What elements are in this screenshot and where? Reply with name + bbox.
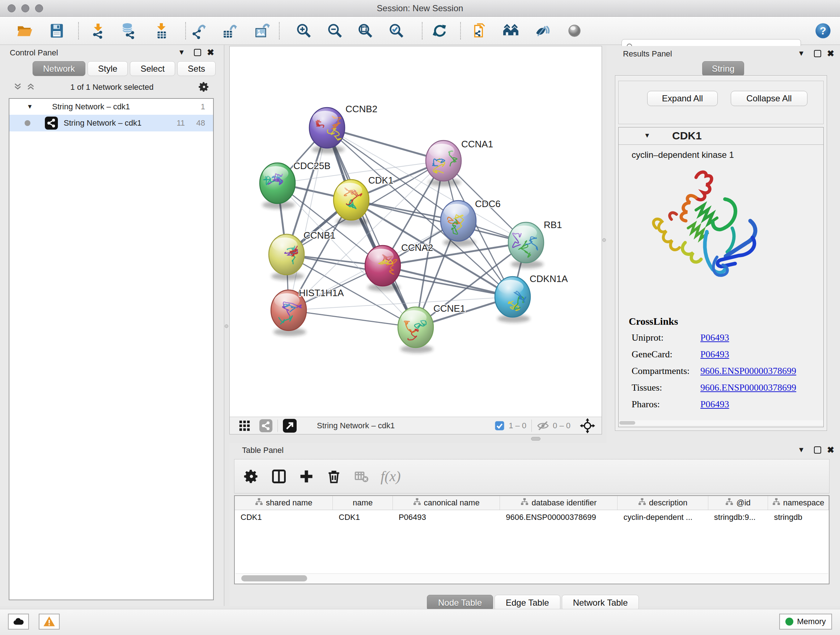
sphere-icon[interactable] [565,22,584,40]
protein-structure-image [642,166,765,286]
table-hscrollbar-thumb[interactable] [241,575,307,581]
delete-column-icon[interactable] [324,466,344,487]
tab-network[interactable]: Network [33,61,85,76]
node-label-CCNA1: CCNA1 [461,139,493,149]
network-edge[interactable] [289,128,327,310]
zoom-in-icon[interactable] [295,22,313,40]
right-splitter-grip[interactable] [602,238,606,242]
table-cell[interactable]: stringdb:9... [708,510,768,524]
zoom-fit-icon[interactable] [356,22,374,40]
table-cell[interactable]: cyclin-dependent ... [617,510,708,524]
column-header--id[interactable]: @id [708,496,768,510]
network-node-CCNA1[interactable] [426,141,461,187]
crosslink-link[interactable]: P06493 [700,399,729,410]
network-row-selected[interactable]: String Network – cdk1 11 48 [9,115,213,131]
column-header-namespace[interactable]: namespace [768,496,829,510]
panel-float-icon[interactable] [814,50,821,57]
show-column-icon[interactable] [268,466,289,487]
window-title: Session: New Session [0,3,840,13]
open-external-icon[interactable] [283,419,297,432]
selected-checkbox-icon[interactable] [494,420,505,431]
table-hscrollbar[interactable] [235,573,828,583]
column-header-shared-name[interactable]: shared name [235,496,333,510]
string-document-icon[interactable] [471,22,489,40]
left-splitter-grip[interactable] [225,325,228,328]
tab-string[interactable]: String [702,61,744,76]
splitter-grip[interactable] [531,437,540,440]
open-session-icon[interactable] [16,22,34,40]
tab-select[interactable]: Select [130,61,175,76]
crosslink-link[interactable]: 9606.ENSP00000378699 [700,382,796,393]
network-icon-gray[interactable] [259,419,272,432]
results-hscrollbar-thumb[interactable] [619,421,635,424]
network-node-CCNB1[interactable] [269,234,304,280]
save-session-icon[interactable] [48,22,66,40]
table-cell[interactable]: 9606.ENSP00000378699 [500,510,617,524]
network-canvas[interactable]: CCNB2CCNA1CDC25BCDK1CDC6RB1CCNB1CCNA2CDK… [230,46,602,417]
import-network-file-icon[interactable] [89,22,107,40]
memory-button[interactable]: Memory [779,614,832,630]
panel-menu-icon[interactable]: ▼ [798,49,805,57]
column-label: database identifier [531,498,597,508]
table-cell[interactable]: CDK1 [333,510,393,524]
network-node-CCNE1[interactable] [398,307,433,353]
birds-eye-view-icon[interactable] [238,420,251,432]
export-table-icon[interactable] [221,22,239,40]
tab-node-table[interactable]: Node Table [427,595,493,611]
help-icon[interactable]: ? [814,22,832,40]
table-cell[interactable]: stringdb [768,510,829,524]
column-header-description[interactable]: description [617,496,708,510]
table-row[interactable]: CDK1CDK1P064939606.ENSP00000378699cyclin… [235,510,829,524]
tab-network-table[interactable]: Network Table [562,595,639,611]
section-collapse-icon[interactable]: ▼ [644,132,651,139]
warning-button[interactable] [39,614,60,630]
network-edge[interactable] [289,310,416,327]
gear-icon[interactable] [198,81,210,93]
panel-close-icon[interactable]: ✖ [827,50,834,57]
panel-float-icon[interactable] [814,447,821,454]
export-image-icon[interactable] [253,22,271,40]
panel-menu-icon[interactable]: ▼ [798,446,805,454]
fit-selected-icon[interactable] [580,418,595,433]
tab-style[interactable]: Style [88,61,128,76]
panel-close-icon[interactable]: ✖ [207,49,214,56]
crosslink-link[interactable]: P06493 [700,349,729,360]
panel-menu-icon[interactable]: ▼ [178,48,185,57]
network-node-CDC6[interactable] [441,201,476,247]
hidden-eye-icon[interactable] [537,420,549,432]
import-table-file-icon[interactable] [152,22,171,40]
network-node-RB1[interactable] [508,222,544,268]
eye-graphics-icon[interactable] [533,22,551,40]
column-header-canonical-name[interactable]: canonical name [393,496,500,510]
crosslink-link[interactable]: P06493 [700,333,729,343]
zoom-out-icon[interactable] [326,22,344,40]
table-cell[interactable]: CDK1 [235,510,333,524]
tab-sets[interactable]: Sets [177,61,216,76]
export-network-icon[interactable] [190,22,208,40]
expand-all-button[interactable]: Expand All [647,91,718,106]
tree-expand-icon[interactable]: ▼ [27,103,33,111]
crosslink-link[interactable]: 9606.ENSP00000378699 [700,366,796,377]
table-settings-gear-icon[interactable] [241,466,262,487]
results-hscrollbar[interactable] [619,420,823,425]
crosslink-row: GeneCard:P06493 [619,349,823,366]
network-node-CDKN1A[interactable] [495,277,531,323]
panel-close-icon[interactable]: ✖ [827,447,834,454]
tab-edge-table[interactable]: Edge Table [494,595,561,611]
refresh-icon[interactable] [431,22,449,40]
column-header-name[interactable]: name [333,496,393,510]
import-network-database-icon[interactable] [119,22,137,40]
column-header-database-identifier[interactable]: database identifier [500,496,617,510]
zoom-selected-icon[interactable] [387,22,406,40]
network-collection-row[interactable]: ▼ String Network – cdk1 1 [9,99,213,115]
homes-icon[interactable] [502,22,520,40]
gene-section-header[interactable]: ▼ CDK1 [619,127,823,145]
network-node-CDC25B[interactable] [260,163,295,209]
panel-float-icon[interactable] [194,49,201,56]
cloud-button[interactable] [8,614,29,630]
collapse-all-button[interactable]: Collapse All [731,91,807,106]
table-cell[interactable]: P06493 [393,510,500,524]
add-column-icon[interactable] [296,466,317,487]
results-panel: Results Panel ▼ ✖ String Expand All Coll… [606,46,840,443]
network-node-CCNB2[interactable] [309,108,345,154]
